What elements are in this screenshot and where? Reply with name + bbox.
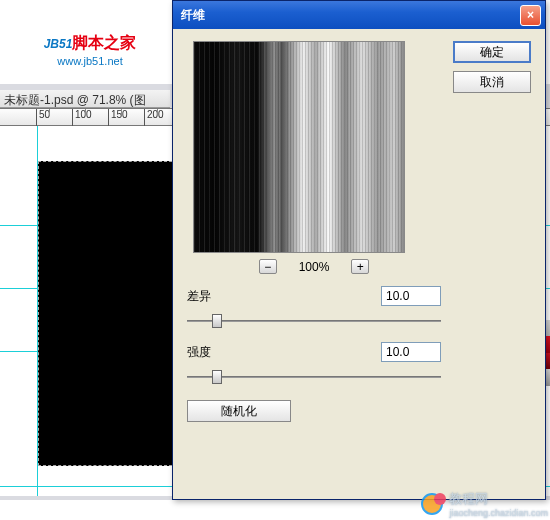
randomize-button[interactable]: 随机化 — [187, 400, 291, 422]
document-title-tab[interactable]: 未标题-1.psd @ 71.8% (图 — [0, 90, 170, 108]
slider-thumb[interactable] — [212, 314, 222, 328]
variance-input[interactable] — [381, 286, 441, 306]
close-button[interactable]: × — [520, 5, 541, 26]
watermark2-sub: jiaocheng.chazidian.com — [449, 508, 548, 518]
cancel-label: 取消 — [480, 75, 504, 89]
strength-label: 强度 — [187, 344, 217, 361]
watermark-logo-left: JB51 — [44, 37, 73, 51]
ruler-tick: 200 — [144, 109, 164, 127]
minus-icon: − — [264, 261, 271, 273]
fibers-dialog: 纤维 × − 100% + 差异 — [172, 0, 546, 500]
zoom-value: 100% — [299, 260, 330, 274]
plus-icon: + — [357, 261, 364, 273]
ok-button[interactable]: 确定 — [453, 41, 531, 63]
strength-slider[interactable] — [187, 368, 441, 386]
randomize-label: 随机化 — [221, 404, 257, 418]
watermark-logo: JB51脚本之家 — [44, 23, 137, 55]
dialog-title: 纤维 — [177, 7, 520, 24]
variance-group: 差异 — [187, 286, 441, 330]
zoom-controls: − 100% + — [187, 259, 441, 274]
watermark-logo-right: 脚本之家 — [72, 34, 136, 51]
watermark-jb51: JB51脚本之家 www.jb51.net — [0, 0, 180, 90]
close-icon: × — [527, 8, 534, 22]
cancel-button[interactable]: 取消 — [453, 71, 531, 93]
zoom-out-button[interactable]: − — [259, 259, 277, 274]
slider-track — [187, 320, 441, 322]
filter-preview[interactable] — [193, 41, 405, 253]
strength-input[interactable] — [381, 342, 441, 362]
dialog-body: − 100% + 差异 强度 — [173, 29, 545, 434]
zoom-in-button[interactable]: + — [351, 259, 369, 274]
ok-label: 确定 — [480, 45, 504, 59]
watermark-url: www.jb51.net — [57, 55, 122, 67]
variance-slider[interactable] — [187, 312, 441, 330]
ruler-tick: 100 — [72, 109, 92, 127]
dialog-left-column: − 100% + 差异 强度 — [187, 41, 441, 422]
strength-group: 强度 — [187, 342, 441, 386]
ruler-tick: 150 — [108, 109, 128, 127]
slider-thumb[interactable] — [212, 370, 222, 384]
document-title-text: 未标题-1.psd @ 71.8% (图 — [4, 93, 146, 107]
slider-track — [187, 376, 441, 378]
dialog-titlebar[interactable]: 纤维 × — [173, 1, 545, 29]
variance-label: 差异 — [187, 288, 217, 305]
dialog-right-column: 确定 取消 — [453, 41, 531, 422]
ruler-tick: 50 — [36, 109, 50, 127]
